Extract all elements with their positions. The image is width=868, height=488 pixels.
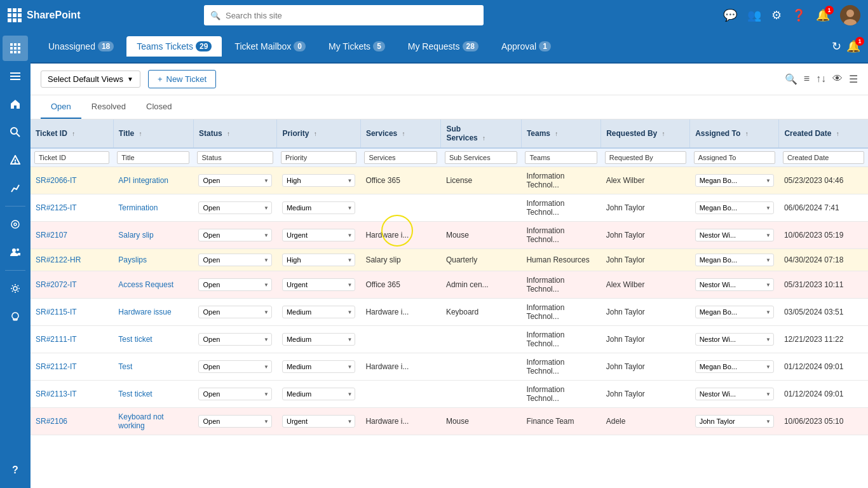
cell-priority[interactable]: LowMediumHighUrgentCritical: [277, 222, 360, 249]
cell-priority[interactable]: LowMediumHighUrgentCritical: [277, 326, 360, 353]
chat-icon[interactable]: 💬: [723, 8, 737, 22]
search-bar[interactable]: 🔍: [204, 5, 484, 25]
cell-priority[interactable]: LowMediumHighUrgentCritical: [277, 249, 360, 271]
priority-select[interactable]: LowMediumHighUrgentCritical: [282, 388, 355, 400]
cell-status[interactable]: OpenResolvedClosed: [193, 408, 276, 435]
cell-assigned-to[interactable]: Nestor Wi...: [690, 271, 779, 299]
priority-select[interactable]: LowMediumHighUrgentCritical: [282, 415, 355, 428]
cell-assigned-to[interactable]: Megan Bo...: [690, 299, 779, 326]
select-default-views[interactable]: Select Default Views ▼: [41, 71, 140, 88]
cell-priority[interactable]: LowMediumHighUrgentCritical: [277, 194, 360, 222]
status-select[interactable]: OpenResolvedClosed: [198, 415, 271, 428]
assigned-to-select[interactable]: Nestor Wi...: [695, 278, 774, 291]
cell-ticket-id[interactable]: SR#2125-IT: [31, 194, 113, 222]
status-select[interactable]: OpenResolvedClosed: [198, 278, 271, 291]
cell-priority[interactable]: LowMediumHighUrgentCritical: [277, 353, 360, 381]
cell-assigned-to[interactable]: Nestor Wi...: [690, 326, 779, 353]
cell-status[interactable]: OpenResolvedClosed: [193, 194, 276, 222]
col-services[interactable]: Services ↑: [360, 119, 441, 148]
filter-created-date[interactable]: [783, 151, 864, 164]
sidebar-item-community[interactable]: [3, 212, 28, 237]
cell-assigned-to[interactable]: Megan Bo...: [690, 194, 779, 222]
status-select[interactable]: OpenResolvedClosed: [198, 388, 271, 400]
cell-ticket-id[interactable]: SR#2112-IT: [31, 353, 113, 381]
assigned-to-select[interactable]: John Taylor: [695, 415, 774, 428]
filter-assigned-to[interactable]: [694, 151, 775, 164]
cell-title[interactable]: Termination: [113, 194, 193, 222]
filter-sub-services[interactable]: [445, 151, 518, 164]
cell-assigned-to[interactable]: John Taylor: [690, 408, 779, 435]
cell-title[interactable]: Hardware issue: [113, 299, 193, 326]
filter-priority[interactable]: [281, 151, 356, 164]
filter-title[interactable]: [117, 151, 189, 164]
toolbar-search-icon[interactable]: 🔍: [785, 73, 797, 85]
cell-title[interactable]: Payslips: [113, 249, 193, 271]
tab-notification-button[interactable]: 🔔 1: [846, 39, 860, 53]
cell-title[interactable]: Access Request: [113, 271, 193, 299]
toolbar-view-icon[interactable]: 👁: [832, 73, 843, 85]
sidebar-item-menu[interactable]: [3, 64, 28, 89]
sidebar-item-people[interactable]: [3, 240, 28, 265]
sidebar-item-chart[interactable]: [3, 175, 28, 201]
waffle-icon[interactable]: [8, 8, 22, 22]
priority-select[interactable]: LowMediumHighUrgentCritical: [282, 278, 355, 291]
toolbar-filter-icon[interactable]: ≡: [804, 73, 810, 85]
cell-ticket-id[interactable]: SR#2122-HR: [31, 249, 113, 271]
assigned-to-select[interactable]: Megan Bo...: [695, 174, 774, 187]
cell-title[interactable]: Test ticket: [113, 326, 193, 353]
toolbar-menu-icon[interactable]: ☰: [849, 73, 858, 85]
cell-ticket-id[interactable]: SR#2115-IT: [31, 299, 113, 326]
cell-status[interactable]: OpenResolvedClosed: [193, 326, 276, 353]
col-status[interactable]: Status ↑: [193, 119, 276, 148]
cell-title[interactable]: Test ticket: [113, 381, 193, 408]
cell-ticket-id[interactable]: SR#2111-IT: [31, 326, 113, 353]
people-icon[interactable]: 👥: [747, 8, 761, 22]
cell-title[interactable]: Keyboard not working: [113, 408, 193, 435]
status-select[interactable]: OpenResolvedClosed: [198, 306, 271, 318]
status-select[interactable]: OpenResolvedClosed: [198, 333, 271, 346]
cell-priority[interactable]: LowMediumHighUrgentCritical: [277, 408, 360, 435]
assigned-to-select[interactable]: Nestor Wi...: [695, 388, 774, 400]
avatar[interactable]: [840, 5, 860, 25]
priority-select[interactable]: LowMediumHighUrgentCritical: [282, 254, 355, 266]
cell-ticket-id[interactable]: SR#2113-IT: [31, 381, 113, 408]
status-select[interactable]: OpenResolvedClosed: [198, 229, 271, 241]
col-requested-by[interactable]: Requested By ↑: [601, 119, 690, 148]
tab-ticket-mailbox[interactable]: Ticket Mailbox 0: [224, 36, 316, 57]
cell-priority[interactable]: LowMediumHighUrgentCritical: [277, 167, 360, 194]
priority-select[interactable]: LowMediumHighUrgentCritical: [282, 360, 355, 373]
settings-icon[interactable]: ⚙: [771, 8, 782, 22]
cell-ticket-id[interactable]: SR#2106: [31, 408, 113, 435]
sidebar-item-home[interactable]: [3, 92, 28, 117]
assigned-to-select[interactable]: Megan Bo...: [695, 201, 774, 214]
assigned-to-select[interactable]: Megan Bo...: [695, 306, 774, 318]
view-tab-closed[interactable]: Closed: [136, 95, 182, 119]
status-select[interactable]: OpenResolvedClosed: [198, 201, 271, 214]
filter-services[interactable]: [364, 151, 437, 164]
assigned-to-select[interactable]: Megan Bo...: [695, 254, 774, 266]
col-priority[interactable]: Priority ↑: [277, 119, 360, 148]
col-assigned-to[interactable]: Assigned To ↑: [690, 119, 779, 148]
col-teams[interactable]: Teams ↑: [521, 119, 600, 148]
tab-approval[interactable]: Approval 1: [491, 36, 561, 57]
cell-ticket-id[interactable]: SR#2072-IT: [31, 271, 113, 299]
filter-status[interactable]: [197, 151, 273, 164]
cell-ticket-id[interactable]: SR#2107: [31, 222, 113, 249]
filter-requested-by[interactable]: [605, 151, 686, 164]
col-title[interactable]: Title ↑: [113, 119, 193, 148]
assigned-to-select[interactable]: Nestor Wi...: [695, 333, 774, 346]
cell-status[interactable]: OpenResolvedClosed: [193, 299, 276, 326]
sidebar-item-alert[interactable]: [3, 147, 28, 173]
cell-title[interactable]: Salary slip: [113, 222, 193, 249]
help-icon[interactable]: ❓: [792, 8, 806, 22]
view-tab-resolved[interactable]: Resolved: [81, 95, 136, 119]
filter-ticket-id[interactable]: [34, 151, 109, 164]
cell-ticket-id[interactable]: SR#2066-IT: [31, 167, 113, 194]
priority-select[interactable]: LowMediumHighUrgentCritical: [282, 333, 355, 346]
sidebar-item-help[interactable]: ?: [3, 458, 28, 483]
cell-title[interactable]: Test: [113, 353, 193, 381]
refresh-icon[interactable]: ↻: [832, 39, 841, 53]
new-ticket-button[interactable]: + New Ticket: [148, 70, 216, 88]
app-logo[interactable]: SharePoint: [8, 8, 80, 22]
priority-select[interactable]: LowMediumHighUrgentCritical: [282, 306, 355, 318]
